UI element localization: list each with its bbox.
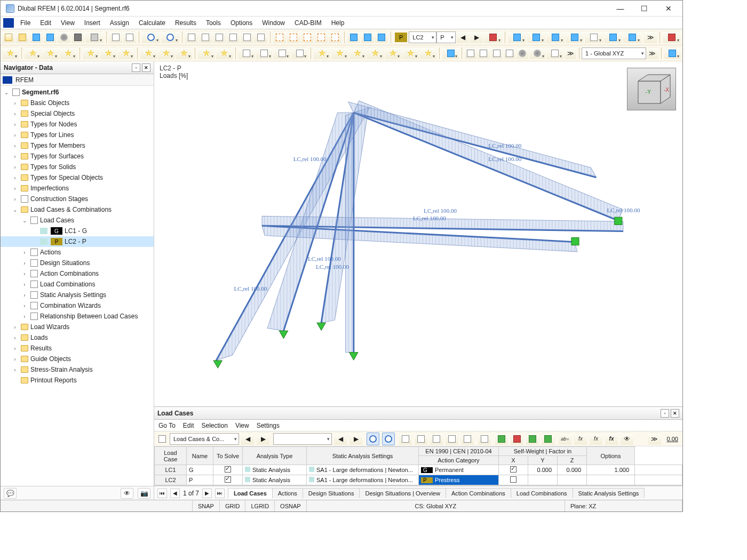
- nav-root[interactable]: RFEM: [1, 74, 154, 86]
- lc-g1[interactable]: [399, 433, 412, 445]
- expander-icon[interactable]: ›: [11, 356, 19, 362]
- vis2-button[interactable]: [527, 31, 545, 44]
- dim1-button[interactable]: [347, 31, 360, 44]
- s2-button[interactable]: [25, 47, 41, 60]
- overflow2-button[interactable]: ≫: [565, 47, 576, 60]
- tbl2-button[interactable]: [199, 31, 212, 44]
- lc-grid-wrapper[interactable]: Load Case Name To Solve Analysis Type St…: [154, 446, 682, 486]
- tree-item[interactable]: ›Types for Lines: [1, 130, 154, 140]
- v7-button[interactable]: [547, 47, 563, 60]
- m1-button[interactable]: [239, 47, 255, 60]
- tree-item[interactable]: ›Static Analysis Settings: [1, 290, 154, 300]
- checkbox-icon[interactable]: [510, 476, 516, 483]
- expander-icon[interactable]: ›: [21, 271, 28, 277]
- checkbox-icon[interactable]: [225, 476, 231, 483]
- lc-fx1[interactable]: fx: [574, 433, 587, 445]
- select4-button[interactable]: [315, 31, 328, 44]
- expander-icon[interactable]: ›: [11, 143, 19, 149]
- s1-button[interactable]: [2, 47, 19, 60]
- l3-button[interactable]: [349, 47, 366, 60]
- lc-prev[interactable]: ◀: [241, 433, 254, 445]
- lc-f-prev[interactable]: ◀: [334, 433, 347, 445]
- menu-options[interactable]: Options: [226, 18, 257, 28]
- tab-load-cases[interactable]: Load Cases: [228, 488, 273, 498]
- menu-insert[interactable]: Insert: [80, 18, 105, 28]
- expander-icon[interactable]: ›: [11, 111, 19, 117]
- expander-icon[interactable]: ›: [11, 186, 19, 191]
- tab-action-combinations[interactable]: Action Combinations: [446, 488, 511, 498]
- cell-name[interactable]: P: [187, 475, 213, 485]
- tree-item[interactable]: ›Special Objects: [1, 108, 154, 119]
- tree-loadcase[interactable]: PLC2 - P: [1, 236, 154, 247]
- overflow3-button[interactable]: ≫: [647, 47, 658, 60]
- status-grid[interactable]: GRID: [220, 500, 246, 511]
- lc-in[interactable]: [495, 433, 508, 445]
- s5-button[interactable]: [83, 47, 99, 60]
- menu-assign[interactable]: Assign: [105, 18, 134, 28]
- pg-next[interactable]: ▶: [202, 489, 212, 498]
- lc-eye[interactable]: 👁: [621, 433, 633, 445]
- workplane-button[interactable]: [664, 47, 681, 60]
- tab-actions[interactable]: Actions: [272, 488, 303, 498]
- cell-cat[interactable]: GPermanent: [419, 465, 499, 475]
- del-button[interactable]: [663, 31, 681, 44]
- lc-del[interactable]: [478, 433, 491, 445]
- col-sw[interactable]: Self-Weight | Factor in: [499, 447, 587, 456]
- tree-item[interactable]: ›Combination Wizards: [1, 300, 154, 311]
- col-sas[interactable]: Static Analysis Settings: [307, 447, 419, 465]
- lc-redo[interactable]: [382, 433, 395, 445]
- cell-atype[interactable]: Static Analysis: [243, 465, 307, 475]
- table-row[interactable]: LC2PStatic AnalysisSA1 - Large deformati…: [155, 475, 682, 485]
- lc-f-next[interactable]: ▶: [349, 433, 362, 445]
- tree-item[interactable]: ›Types for Nodes: [1, 119, 154, 130]
- nav-eye-button[interactable]: 👁: [121, 488, 133, 499]
- minimize-button[interactable]: —: [608, 1, 632, 16]
- status-lgrid[interactable]: LGRID: [245, 500, 275, 511]
- cell-opt[interactable]: [635, 465, 682, 475]
- col-x[interactable]: X: [499, 456, 528, 465]
- refresh-button[interactable]: [30, 31, 43, 44]
- s9-button[interactable]: [158, 47, 174, 60]
- expander-icon[interactable]: ›: [21, 250, 28, 255]
- tree-item[interactable]: ›Actions: [1, 247, 154, 258]
- tree-item[interactable]: ›Load Combinations: [1, 279, 154, 290]
- tab-load-combinations[interactable]: Load Combinations: [511, 488, 573, 498]
- cell-x[interactable]: [528, 475, 558, 485]
- tree-item[interactable]: ›Types for Surfaces: [1, 151, 154, 162]
- menu-cadbim[interactable]: CAD-BIM: [290, 18, 327, 28]
- v2-button[interactable]: [478, 47, 489, 60]
- s4-button[interactable]: [60, 47, 76, 60]
- expander-icon[interactable]: [11, 378, 19, 383]
- checkbox-icon[interactable]: [510, 466, 516, 473]
- cell-z[interactable]: [587, 475, 635, 485]
- lc-out[interactable]: [511, 433, 523, 445]
- tree-item[interactable]: ›Types for Special Objects: [1, 172, 154, 183]
- expander-icon[interactable]: ›: [21, 282, 28, 287]
- expander-icon[interactable]: ›: [11, 100, 19, 106]
- col-atype[interactable]: Analysis Type: [243, 447, 307, 465]
- lc-next[interactable]: ▶: [257, 433, 269, 445]
- l1-button[interactable]: [314, 47, 330, 60]
- expander-icon[interactable]: ›: [21, 292, 28, 298]
- dim3-button[interactable]: [375, 31, 388, 44]
- msg-button[interactable]: [255, 31, 267, 44]
- expander-icon[interactable]: ›: [11, 154, 19, 159]
- status-snap[interactable]: SNAP: [193, 500, 220, 511]
- lc-ab[interactable]: ab=: [559, 433, 571, 445]
- select-button[interactable]: [273, 31, 286, 44]
- lc-filter-combo[interactable]: [273, 433, 332, 445]
- menu-file[interactable]: File: [15, 18, 35, 28]
- col-name[interactable]: Name: [187, 447, 213, 465]
- nav-cam-button[interactable]: 📷: [138, 488, 150, 499]
- expander-icon[interactable]: ⌄: [3, 90, 10, 95]
- lc-menu-goto[interactable]: Go To: [158, 422, 176, 429]
- cell-y[interactable]: 0.000: [558, 465, 587, 475]
- lc-undo[interactable]: [367, 433, 379, 445]
- cell-sw[interactable]: [499, 465, 528, 475]
- v4-button[interactable]: [504, 47, 515, 60]
- checkbox-icon[interactable]: [225, 466, 231, 473]
- vis7-button[interactable]: [623, 31, 641, 44]
- tree-item[interactable]: ›Load Wizards: [1, 322, 154, 332]
- l7-button[interactable]: [420, 47, 436, 60]
- tree-loadcases[interactable]: ⌄ Load Cases: [1, 215, 154, 226]
